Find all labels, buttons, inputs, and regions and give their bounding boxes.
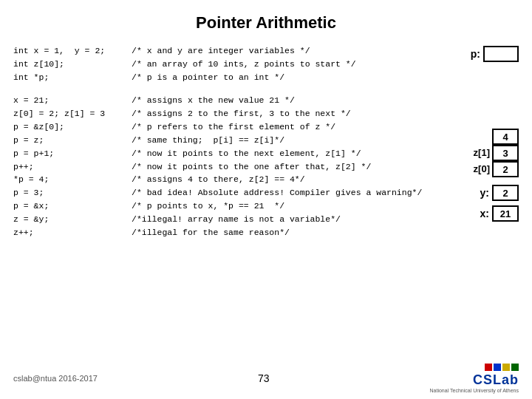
code-line: z++; /*illegal for the same reason*/: [13, 226, 437, 239]
code-comment: /* x and y are integer variables */: [132, 44, 310, 58]
x-box: 21: [492, 205, 519, 222]
footer-page-number: 73: [258, 372, 270, 384]
code-left: p++;: [13, 160, 132, 174]
p-box: [483, 46, 519, 62]
logo-boxes: [485, 364, 519, 371]
code-line: p = 3; /* bad idea! Absolute address! Co…: [13, 186, 437, 200]
code-line: *p = 4; /* assigns 4 to there, z[2] == 4…: [13, 173, 437, 186]
x-label: x:: [480, 208, 489, 219]
p-box-row: p:: [471, 46, 519, 62]
code-block-1: int x = 1, y = 2; /* x and y are integer…: [13, 44, 437, 83]
code-line: z = &y; /*illegal! array name is not a v…: [13, 213, 437, 226]
cslab-logo-text: CSLab: [473, 372, 519, 388]
code-comment: /* now it points to the next element, z[…: [132, 147, 361, 160]
code-comment: /* assigns 4 to there, z[2] == 4*/: [132, 173, 305, 186]
code-line: int x = 1, y = 2; /* x and y are integer…: [13, 44, 437, 58]
code-left: z++;: [13, 226, 132, 239]
z-section: z[1] z[0] 4 3 2: [474, 129, 519, 177]
code-block-2: x = 21; /* assigns x the new value 21 */…: [13, 94, 437, 239]
logo-box-green: [511, 364, 519, 371]
code-left: *p = 4;: [13, 173, 132, 186]
logo-box-blue: [494, 364, 501, 371]
footer-right: CSLab National Technical University of A…: [430, 364, 519, 393]
code-line: p = &z[0]; /* p refers to the first elem…: [13, 120, 437, 134]
code-comment: /* bad idea! Absolute address! Compiler …: [132, 186, 422, 200]
z0-cell: 3: [492, 145, 519, 161]
code-comment: /* same thing; p[i] == z[i]*/: [132, 134, 284, 147]
footer-left-text: cslab@ntua 2016-2017: [13, 374, 98, 383]
z-labels-col: z[1] z[0]: [474, 145, 490, 177]
p-label: p:: [471, 48, 480, 60]
code-left: z[0] = 2; z[1] = 3: [13, 107, 132, 120]
code-left: int z[10];: [13, 58, 132, 71]
y-label: y:: [480, 187, 489, 199]
code-left: int *p;: [13, 71, 132, 84]
code-comment: /* now it points to the one after that, …: [132, 160, 371, 174]
code-left: p = &x;: [13, 200, 132, 213]
right-panel: p: z[1] z[0] 4 3 2 y: 2 x: 21: [437, 44, 519, 249]
code-line: p++; /* now it points to the one after t…: [13, 160, 437, 174]
z-bottom-cell: 2: [492, 161, 519, 177]
y-box-row: y: 2: [480, 185, 519, 201]
z-values-col: 4 3 2: [492, 129, 519, 177]
x-box-row: x: 21: [480, 205, 519, 222]
code-line: int *p; /* p is a pointer to an int */: [13, 71, 437, 84]
code-left: z = &y;: [13, 213, 132, 226]
code-left: int x = 1, y = 2;: [13, 44, 132, 58]
code-line: p = p+1; /* now it points to the next el…: [13, 147, 437, 160]
code-comment: /*illegal for the same reason*/: [132, 226, 290, 239]
cslab-logo-sub: National Technical University of Athens: [430, 388, 519, 393]
code-line: p = &x; /* p points to x, *p == 21 */: [13, 200, 437, 213]
code-area: int x = 1, y = 2; /* x and y are integer…: [13, 44, 437, 249]
footer: cslab@ntua 2016-2017 73 CSLab National T…: [0, 364, 532, 393]
code-left: p = z;: [13, 134, 132, 147]
z1-label: z[1]: [474, 145, 490, 161]
z0-label: z[0]: [474, 161, 490, 177]
page-title: Pointer Arithmetic: [0, 0, 532, 40]
z1-cell: 4: [492, 129, 519, 145]
code-line: p = z; /* same thing; p[i] == z[i]*/: [13, 134, 437, 147]
code-left: p = p+1;: [13, 147, 132, 160]
y-box: 2: [492, 185, 519, 201]
code-comment: /* p is a pointer to an int */: [132, 71, 284, 84]
code-left: p = &z[0];: [13, 120, 132, 134]
cslab-logo: CSLab National Technical University of A…: [430, 364, 519, 393]
logo-box-yellow: [502, 364, 510, 371]
logo-box-red: [485, 364, 492, 371]
code-comment: /* p points to x, *p == 21 */: [132, 200, 284, 213]
code-comment: /* p refers to the first element of z */: [132, 120, 335, 134]
code-comment: /*illegal! array name is not a variable*…: [132, 213, 341, 226]
code-left: x = 21;: [13, 94, 132, 107]
code-line: z[0] = 2; z[1] = 3 /* assigns 2 to the f…: [13, 107, 437, 120]
code-line: x = 21; /* assigns x the new value 21 */: [13, 94, 437, 107]
code-line: int z[10]; /* an array of 10 ints, z poi…: [13, 58, 437, 71]
code-left: p = 3;: [13, 186, 132, 200]
code-comment: /* an array of 10 ints, z points to star…: [132, 58, 356, 71]
code-comment: /* assigns 2 to the first, 3 to the next…: [132, 107, 351, 120]
code-comment: /* assigns x the new value 21 */: [132, 94, 295, 107]
